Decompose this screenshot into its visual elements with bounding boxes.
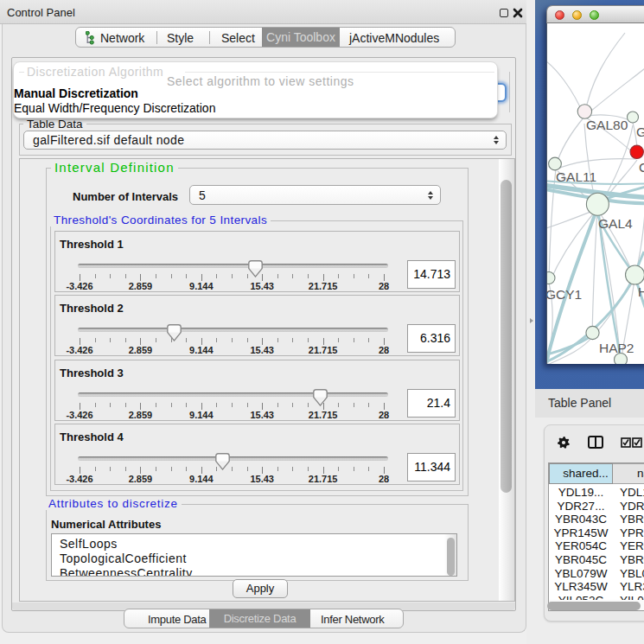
svg-text:HAP2: HAP2 [599, 341, 634, 355]
svg-text:GA: GA [636, 124, 644, 139]
svg-text:GAL11: GAL11 [556, 169, 596, 184]
svg-text:GAL80: GAL80 [586, 118, 628, 132]
svg-text:H: H [638, 284, 644, 299]
svg-text:GAL4: GAL4 [598, 216, 633, 231]
svg-text:GCY1: GCY1 [547, 287, 582, 302]
svg-text:C: C [639, 160, 644, 175]
